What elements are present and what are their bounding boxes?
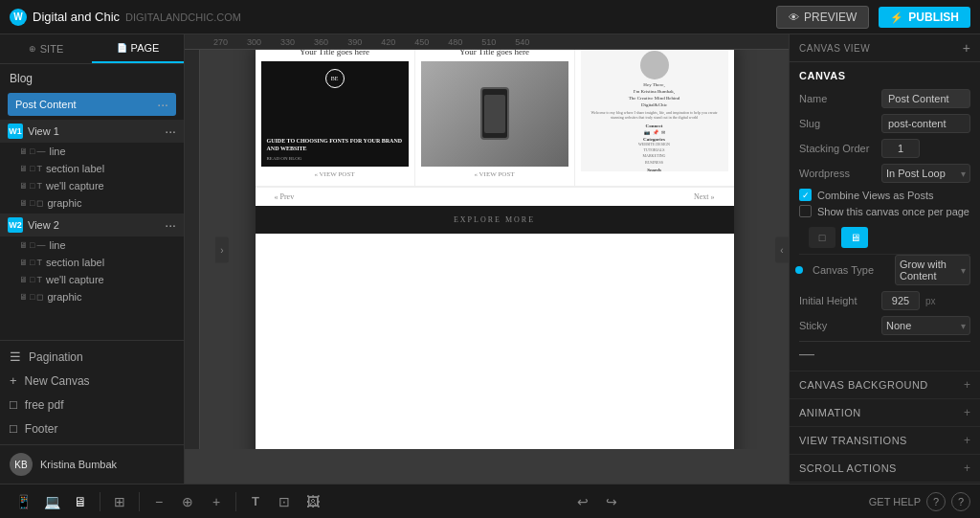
footer-icon: □ (10, 421, 17, 436)
layer-type: ◻ (36, 198, 43, 208)
canvas-item-menu[interactable]: ··· (157, 97, 168, 112)
view-menu-1[interactable]: ··· (165, 124, 176, 139)
layer-type: T (36, 181, 42, 191)
show-once-checkbox[interactable] (799, 205, 812, 217)
layer-item[interactable]: 🖥 □ T section label (0, 254, 184, 271)
read-on-blog: READ ON BLOG (267, 156, 302, 161)
scroll-actions-header[interactable]: SCROLL ACTIONS + (790, 455, 980, 483)
zoom-fit-button[interactable]: ⊕ (174, 488, 201, 515)
pagination-icon: ☰ (10, 349, 21, 364)
collapse-left-button[interactable]: › (215, 236, 229, 262)
help-icon-2-button[interactable]: ? (951, 492, 970, 511)
layer-icon: □ (30, 181, 34, 191)
post-title-2: Your Title goes here (421, 50, 568, 56)
view-label-2: View 2 (28, 219, 59, 231)
sidebar-tabs: ⊕ SITE 📄 PAGE (0, 34, 184, 64)
layer-item[interactable]: 🖥 □ ◻ graphic (0, 288, 184, 305)
chevron-down-icon: ▾ (961, 169, 966, 179)
free-pdf-item[interactable]: □ free pdf (0, 393, 184, 417)
animation-title: ANIMATION (799, 407, 861, 418)
view-transitions-header[interactable]: VIEW TRANSITIONS + (790, 427, 980, 455)
chevron-down-icon: ▾ (961, 265, 966, 276)
post-logo: BE (325, 69, 345, 88)
zoom-out-button[interactable]: − (145, 488, 172, 515)
view-menu-2[interactable]: ··· (165, 217, 176, 233)
view-num-2: W2 (8, 217, 23, 233)
layer-item[interactable]: 🖥 □ — line (0, 236, 184, 254)
text-tool-button[interactable]: T (242, 488, 269, 515)
canvas-background-title: CANVAS BACKGROUND (799, 379, 928, 391)
chevron-down-icon: + (964, 434, 970, 447)
sidebar-content: Blog Post Content ··· W1 View 1 ··· (0, 64, 184, 340)
help-icon-button[interactable]: ? (926, 492, 946, 511)
toolbar-divider (139, 492, 140, 511)
expand-icon[interactable]: — (799, 346, 814, 362)
chevron-down-icon: + (964, 462, 970, 475)
stacking-input[interactable]: 1 (881, 139, 920, 158)
prev-link: « Prev (275, 192, 295, 201)
preview-button[interactable]: PREVIEW (776, 6, 869, 29)
sticky-value: None (886, 320, 911, 331)
initial-height-row: Initial Height 925 px (799, 291, 970, 310)
add-icon: + (10, 373, 17, 388)
view-group-1: W1 View 1 ··· 🖥 □ — line 🖥 (0, 120, 184, 212)
redo-button[interactable]: ↪ (598, 488, 625, 515)
layer-name: graphic (47, 197, 81, 209)
layer-type: T (36, 258, 42, 267)
sticky-select[interactable]: None ▾ (881, 316, 970, 335)
ruler-numbers: 270 300 330 360 390 420 450 480 510 540 (194, 37, 529, 47)
canvas-type-label: Canvas Type (813, 264, 889, 276)
main-layout: ⊕ SITE 📄 PAGE Blog Post Content ··· W1 (0, 34, 980, 484)
bottom-toolbar: 📱 💻 🖥 ⊞ − ⊕ + T ⊡ 🖼 ↩ ↪ GET HELP ? ? (0, 484, 980, 518)
new-canvas-item[interactable]: + New Canvas (0, 369, 184, 393)
footer-item[interactable]: □ Footer (0, 417, 184, 440)
sticky-row: Sticky None ▾ (799, 316, 970, 335)
zoom-in-button[interactable]: + (203, 488, 230, 515)
stacking-label: Stacking Order (799, 143, 876, 154)
ruler-horizontal: 270 300 330 360 390 420 450 480 510 540 (185, 34, 789, 50)
canvas-view-title: CANVAS VIEW (799, 43, 870, 54)
layer-item[interactable]: 🖥 □ T section label (0, 160, 184, 177)
view-label-1: View 1 (28, 125, 59, 137)
desktop-device-button[interactable]: 🖥 (67, 488, 94, 515)
collapse-right-button[interactable]: ‹ (775, 236, 789, 262)
mobile-device-button[interactable]: 📱 (10, 488, 36, 515)
wordpress-select[interactable]: In Post Loop ▾ (881, 164, 970, 183)
canvas-icon-btn-1[interactable]: □ (809, 227, 835, 248)
sidebar-bottom: ☰ Pagination + New Canvas □ free pdf □ F… (0, 340, 184, 444)
page-icon: 📄 (117, 43, 127, 53)
view-post-1: « VIEW POST (261, 170, 409, 178)
layer-item[interactable]: 🖥 □ — line (0, 143, 184, 160)
canvas-type-select[interactable]: Grow with Content ▾ (895, 255, 970, 285)
tab-site[interactable]: ⊕ SITE (0, 34, 92, 63)
stacking-order-row: Stacking Order 1 (799, 139, 970, 158)
tablet-device-button[interactable]: 💻 (38, 488, 65, 515)
layer-item[interactable]: 🖥 □ T we'll capture (0, 271, 184, 288)
canvas-view-add-button[interactable]: + (963, 40, 970, 56)
combine-views-checkbox[interactable]: ✓ (799, 189, 812, 201)
name-input[interactable]: Post Content (881, 89, 970, 108)
view-header-2[interactable]: W2 View 2 ··· (0, 214, 184, 236)
wordpress-value: In Post Loop (886, 168, 946, 179)
layout-tool-button[interactable]: ⊡ (271, 488, 298, 515)
pagination-item[interactable]: ☰ Pagination (0, 345, 184, 369)
layer-name: section label (46, 163, 104, 174)
publish-button[interactable]: PUBLISH (879, 7, 970, 28)
layer-item[interactable]: 🖥 □ T we'll capture (0, 177, 184, 194)
canvas-icon-btn-2[interactable]: 🖥 (841, 227, 868, 248)
initial-height-input[interactable]: 925 (881, 291, 920, 310)
tab-page[interactable]: 📄 PAGE (92, 34, 184, 63)
layer-item[interactable]: 🖥 □ ◻ graphic (0, 194, 184, 212)
view-header-1[interactable]: W1 View 1 ··· (0, 120, 184, 143)
layer-icon: □ (30, 146, 34, 156)
monitor-icon: 🖥 (19, 258, 28, 267)
media-tool-button[interactable]: 🖼 (300, 488, 326, 515)
grid-layout-button[interactable]: ⊞ (106, 488, 133, 515)
pagination: « Prev Next » (256, 187, 734, 206)
canvas-item-post-content[interactable]: Post Content ··· (8, 93, 176, 116)
animation-header[interactable]: ANIMATION + (790, 399, 980, 427)
canvas-view-icons: □ 🖥 (799, 221, 970, 255)
undo-button[interactable]: ↩ (569, 488, 596, 515)
post-text-1: GUIDE TO CHOOSING FONTS FOR YOUR BRAND A… (267, 138, 403, 153)
canvas-background-header[interactable]: CANVAS BACKGROUND + (790, 372, 980, 399)
